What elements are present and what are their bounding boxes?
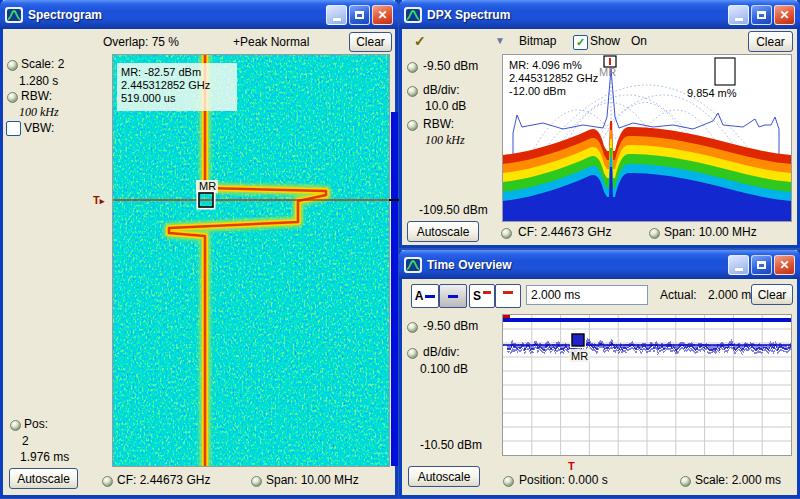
spectrum-time-button[interactable]: S	[469, 284, 495, 308]
analysis-time-bar[interactable]	[503, 318, 791, 322]
pos-value[interactable]: 2	[22, 434, 29, 448]
pos-param[interactable]: Pos:	[24, 417, 48, 431]
cf-status-icon	[102, 476, 113, 487]
span-status-icon	[649, 228, 660, 239]
close-icon[interactable]: ✕	[774, 255, 795, 275]
dbdiv-param-icon	[407, 86, 418, 97]
autoscale-button[interactable]: Autoscale	[408, 466, 480, 487]
clear-button[interactable]: Clear	[748, 31, 793, 52]
clear-button[interactable]: Clear	[349, 32, 392, 52]
time-overview-plot[interactable]: MR	[503, 315, 791, 455]
minimize-button[interactable]	[728, 255, 749, 275]
spectrogram-plot[interactable]: MR: -82.57 dBm 2.445312852 GHz 519.000 u…	[113, 55, 389, 466]
cf-status[interactable]: CF: 2.44673 GHz	[518, 225, 611, 239]
spectrum-length-button[interactable]	[495, 284, 521, 308]
top-level-value[interactable]: -9.50 dBm	[423, 319, 478, 333]
close-icon[interactable]: ✕	[774, 5, 795, 25]
autoscale-button[interactable]: Autoscale	[9, 468, 78, 489]
spectrum-letter: S	[473, 289, 481, 303]
minimize-button[interactable]	[326, 5, 347, 25]
trace-type-label[interactable]: Bitmap	[519, 34, 556, 48]
show-label: Show	[590, 34, 620, 48]
minimize-button[interactable]	[728, 5, 749, 25]
cf-status-icon	[501, 228, 512, 239]
scale-status-icon	[680, 476, 691, 487]
marker-readout-line2: 2.445312852 GHz	[121, 79, 210, 91]
dpx-plot[interactable]: MR: 4.096 m% 2.445312852 GHz -12.00 dBm …	[503, 55, 791, 221]
scale-status[interactable]: Scale: 2.000 ms	[695, 473, 781, 487]
spectrum-bar-icon	[483, 291, 491, 294]
maximize-button[interactable]	[751, 5, 772, 25]
rbw-param-icon	[407, 120, 418, 131]
rbw-param-icon	[7, 92, 18, 103]
dbdiv-param[interactable]: dB/div:	[423, 345, 460, 359]
window-title: Spectrogram	[28, 8, 102, 22]
span-status[interactable]: Span: 10.00 MHz	[664, 225, 757, 239]
trace-dropdown-icon[interactable]: ▼	[495, 35, 505, 46]
show-checkbox[interactable]: ✓	[573, 35, 588, 50]
overlap-label[interactable]: Overlap: 75 %	[103, 35, 179, 49]
dbdiv-value[interactable]: 0.100 dB	[420, 362, 468, 376]
rbw-value[interactable]: 100 kHz	[19, 105, 59, 120]
analysis-length-button[interactable]	[439, 284, 467, 308]
actual-value: 2.000 ms	[708, 288, 757, 302]
time-mr-label: MR	[571, 350, 588, 362]
toplevel-param-icon	[407, 322, 418, 333]
time-trigger-label[interactable]: T	[568, 460, 575, 472]
spectrogram-client: Overlap: 75 % +Peak Normal Clear Scale: …	[3, 29, 395, 495]
close-icon[interactable]: ✕	[372, 5, 393, 25]
actual-label: Actual:	[660, 288, 697, 302]
marker-readout-line1: MR: -82.57 dBm	[121, 66, 201, 78]
dpx-titlebar[interactable]: DPX Spectrum ✕	[399, 0, 800, 29]
top-level-value[interactable]: -9.50 dBm	[423, 59, 478, 73]
pos-param-icon	[10, 420, 21, 431]
marker-readout-line3: 519.000 us	[121, 92, 176, 104]
scale-time-value[interactable]: 1.280 s	[19, 74, 58, 88]
maximize-button[interactable]	[751, 255, 772, 275]
detector-label[interactable]: +Peak Normal	[233, 35, 309, 49]
vbw-param[interactable]: VBW:	[24, 121, 54, 135]
cf-status[interactable]: CF: 2.44673 GHz	[117, 473, 210, 487]
analysis-length-bar-icon	[448, 295, 458, 298]
mr-marker-label: MR	[199, 180, 216, 192]
app-icon	[5, 7, 23, 23]
dpx-client: ✓ ▼ Bitmap ✓ Show On Clear -9.50 dBm dB/…	[402, 29, 797, 245]
dbdiv-value[interactable]: 10.0 dB	[425, 99, 466, 113]
position-status[interactable]: Position: 0.000 s	[519, 473, 608, 487]
analysis-letter: A	[415, 289, 424, 303]
analysis-length-input[interactable]	[526, 285, 648, 305]
position-status-icon	[503, 476, 514, 487]
dpx-marker-line1: MR: 4.096 m%	[509, 59, 582, 71]
clear-button[interactable]: Clear	[751, 284, 793, 305]
time-overview-window: Time Overview ✕ A S Actual: 2.000	[399, 250, 800, 498]
dpx-mr-label: MR	[599, 66, 616, 78]
spectrogram-position-bar[interactable]	[391, 112, 398, 466]
dpx-window: DPX Spectrum ✕ ✓ ▼ Bitmap ✓ Show On Clea…	[399, 0, 800, 248]
dpx-box-value: 9.854 m%	[687, 87, 737, 99]
time-overview-titlebar[interactable]: Time Overview ✕	[399, 250, 800, 279]
spectrogram-titlebar[interactable]: Spectrogram ✕	[0, 0, 398, 29]
analysis-time-button[interactable]: A	[411, 284, 439, 308]
pos-time-value[interactable]: 1.976 ms	[20, 450, 69, 464]
rbw-value[interactable]: 100 kHz	[425, 133, 465, 148]
rsa-application: Spectrogram ✕ Overlap: 75 % +Peak Normal…	[0, 0, 800, 499]
rbw-param[interactable]: RBW:	[423, 117, 454, 131]
bottom-level-value[interactable]: -10.50 dBm	[420, 438, 482, 452]
rbw-param[interactable]: RBW:	[21, 89, 52, 103]
dbdiv-param[interactable]: dB/div:	[423, 83, 460, 97]
spectrum-length-bar-icon	[503, 291, 513, 294]
dpx-marker-line2: 2.445312852 GHz	[509, 72, 598, 84]
span-status[interactable]: Span: 10.00 MHz	[266, 473, 359, 487]
spectrogram-window: Spectrogram ✕ Overlap: 75 % +Peak Normal…	[0, 0, 398, 498]
trace-enabled-check-icon[interactable]: ✓	[414, 33, 426, 49]
trigger-arrow-icon: ▸	[100, 196, 105, 206]
app-icon	[404, 257, 422, 273]
scale-param[interactable]: Scale: 2	[21, 57, 64, 71]
toplevel-param-icon	[407, 62, 418, 73]
scale-param-icon	[7, 60, 18, 71]
show-state-label: On	[631, 34, 647, 48]
maximize-button[interactable]	[349, 5, 370, 25]
autoscale-button[interactable]: Autoscale	[407, 221, 479, 242]
bottom-level-value[interactable]: -109.50 dBm	[419, 203, 488, 217]
vbw-checkbox[interactable]	[6, 121, 21, 136]
